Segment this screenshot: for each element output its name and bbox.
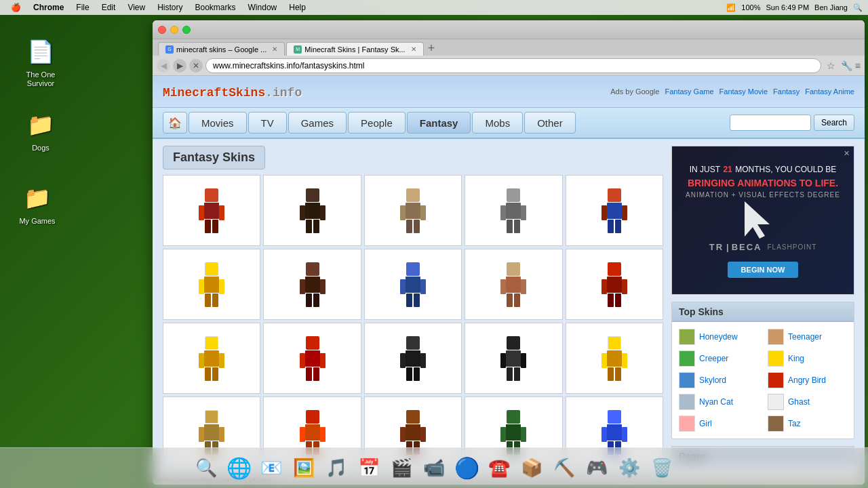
page-action-icon[interactable]: 🔧 [841, 60, 852, 71]
url-bar[interactable]: www.minecraftskins.info/fantasyskins.htm… [205, 58, 821, 73]
menu-bookmarks[interactable]: Bookmarks [190, 3, 241, 12]
bookmark-star-icon[interactable]: ☆ [824, 60, 838, 71]
menu-window[interactable]: Window [243, 3, 283, 12]
nav-item-mobs[interactable]: Mobs [472, 112, 523, 134]
dock-minecraft[interactable]: ⛏️ [549, 453, 579, 483]
dock-itunes[interactable]: 🎵 [321, 453, 351, 483]
search-icon[interactable]: 🔍 [853, 3, 863, 12]
ad-link-fantasy-anime[interactable]: Fantasy Anime [805, 87, 854, 96]
section-title: Fantasy Skins [163, 146, 265, 169]
back-button[interactable]: ◀ [157, 59, 170, 73]
top-skin-honeydew[interactable]: Honeydew [677, 327, 760, 346]
dock-imovie[interactable]: 🎬 [387, 453, 416, 483]
menu-history[interactable]: History [152, 3, 188, 12]
taz-label: Taz [788, 419, 801, 428]
dock-finder[interactable]: 🔍 [191, 453, 221, 483]
skin-cell-1-3[interactable] [364, 175, 462, 246]
dock-chrome[interactable]: 🔵 [452, 453, 481, 483]
dock-steam[interactable]: 🎮 [582, 453, 612, 483]
maximize-button[interactable] [182, 26, 191, 34]
skin-cell-3-4[interactable] [465, 323, 562, 394]
ad-degree-text: ANIMATION + VISUAL EFFECTS DEGREE [686, 191, 840, 199]
nav-item-movies[interactable]: Movies [189, 112, 247, 134]
dock-mail[interactable]: 📧 [256, 453, 286, 483]
top-skin-nyancat[interactable]: Nyan Cat [677, 392, 760, 411]
skin-cell-3-2[interactable] [263, 323, 361, 394]
ad-link-fantasy-game[interactable]: Fantasy Game [665, 87, 713, 96]
forward-button[interactable]: ▶ [173, 59, 186, 73]
top-skin-teenager[interactable]: Teenager [766, 327, 848, 346]
new-tab-button[interactable]: + [428, 41, 435, 56]
close-button[interactable] [158, 26, 166, 34]
ad-headline: IN JUST 21 MONTHS, YOU COULD BE [690, 163, 837, 175]
minimize-button[interactable] [170, 26, 178, 34]
dock-photos[interactable]: 🖼️ [289, 453, 319, 483]
nav-item-people[interactable]: People [348, 112, 406, 134]
app-name-chrome[interactable]: Chrome [28, 3, 69, 12]
sidebar: ✕ IN JUST 21 MONTHS, YOU COULD BE BRINGI… [671, 146, 854, 472]
skin-cell-2-5[interactable] [566, 249, 663, 320]
ad-tribeca-i: | [726, 242, 729, 252]
ad-link-fantasy-movie[interactable]: Fantasy Movie [719, 87, 768, 96]
desktop-icon-docx[interactable]: 📄 The OneSurvivor [17, 35, 64, 88]
skins-grid [163, 175, 663, 472]
tab-close-google[interactable]: ✕ [272, 45, 277, 53]
battery-status: 100% [741, 3, 760, 12]
dock-ical[interactable]: 📅 [354, 453, 384, 483]
ad-close-button[interactable]: ✕ [844, 149, 850, 158]
menu-edit[interactable]: Edit [96, 3, 121, 12]
skin-cell-3-5[interactable] [566, 323, 663, 394]
nav-home-button[interactable]: 🏠 [163, 112, 187, 134]
dock-dropbox[interactable]: 📦 [517, 453, 547, 483]
apple-menu[interactable]: 🍎 [5, 3, 26, 12]
menu-view[interactable]: View [122, 3, 151, 12]
title-bar [153, 20, 865, 39]
skin-cell-2-2[interactable] [263, 249, 361, 320]
menu-file[interactable]: File [71, 3, 94, 12]
top-skin-creeper[interactable]: Creeper [677, 349, 760, 368]
nav-item-games[interactable]: Games [288, 112, 347, 134]
desktop-icon-mygames[interactable]: 📁 My Games [14, 182, 61, 226]
nav-item-tv[interactable]: TV [248, 112, 287, 134]
top-skins-grid: Honeydew Teenager Creeper King [672, 322, 854, 439]
skin-cell-1-4[interactable] [465, 175, 562, 246]
desktop-icon-dogs[interactable]: 📁 Dogs [17, 108, 64, 152]
skin-cell-1-2[interactable] [263, 175, 361, 246]
search-input[interactable] [730, 115, 811, 131]
tab-fantasyskins[interactable]: M Minecraft Skins | Fantasy Sk... ✕ [286, 42, 423, 56]
reload-button[interactable]: ✕ [189, 59, 203, 73]
taz-thumb [768, 415, 784, 432]
top-skins-title: Top Skins [672, 302, 854, 322]
skin-cell-2-4[interactable] [465, 249, 562, 320]
dock-trash[interactable]: 🗑️ [647, 453, 677, 483]
wrench-icon[interactable]: ≡ [855, 60, 861, 71]
top-skins-box: Top Skins Honeydew Teenager Creeper [671, 302, 854, 439]
tab-google-search[interactable]: G minecraft skins – Google ... ✕ [158, 42, 285, 56]
skylord-label: Skylord [699, 375, 726, 385]
nav-item-fantasy[interactable]: Fantasy [407, 112, 471, 134]
skin-cell-2-3[interactable] [364, 249, 462, 320]
dock-safari[interactable]: 🌐 [224, 453, 254, 483]
ad-link-fantasy[interactable]: Fantasy [773, 87, 800, 96]
tab-label-fantasy: Minecraft Skins | Fantasy Sk... [304, 45, 405, 54]
dock-system-prefs[interactable]: ⚙️ [614, 453, 644, 483]
skin-cell-1-5[interactable] [566, 175, 663, 246]
dock-skype[interactable]: ☎️ [484, 453, 514, 483]
ad-begin-now-button[interactable]: BEGIN NOW [728, 262, 799, 278]
skin-cell-3-1[interactable] [163, 323, 260, 394]
top-skin-ghast[interactable]: Ghast [766, 392, 848, 411]
logo-text: MinecraftSkins [163, 86, 265, 100]
top-skin-girl[interactable]: Girl [677, 414, 760, 433]
dock-facetime[interactable]: 📹 [419, 453, 449, 483]
nav-item-other[interactable]: Other [524, 112, 576, 134]
skin-cell-2-1[interactable] [163, 249, 260, 320]
top-skin-king[interactable]: King [766, 349, 848, 368]
skin-cell-1-1[interactable] [163, 175, 260, 246]
top-skin-taz[interactable]: Taz [766, 414, 848, 433]
skin-cell-3-3[interactable] [364, 323, 462, 394]
menu-help[interactable]: Help [283, 3, 311, 12]
tab-close-fantasy[interactable]: ✕ [411, 45, 416, 53]
top-skin-angrybird[interactable]: Angry Bird [766, 371, 848, 390]
search-button[interactable]: Search [814, 115, 854, 131]
top-skin-skylord[interactable]: Skylord [677, 371, 760, 390]
